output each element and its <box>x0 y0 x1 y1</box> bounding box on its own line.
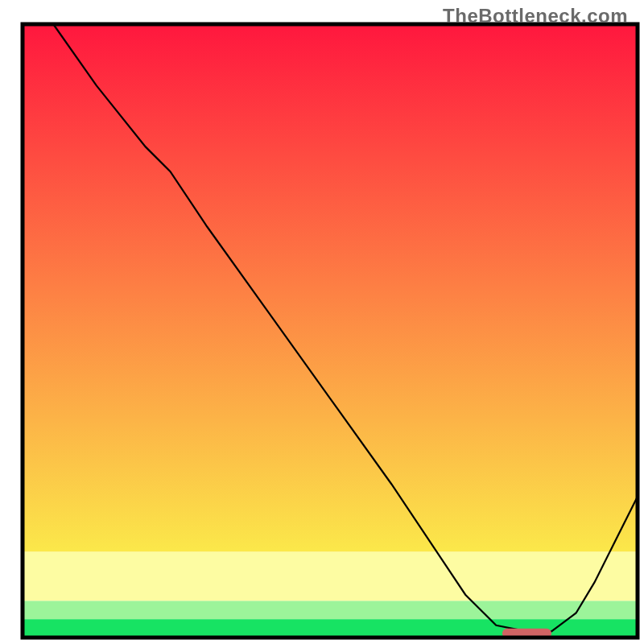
bg-band-gradient <box>23 24 638 551</box>
chart-svg <box>0 0 644 644</box>
bg-band-pale-yellow <box>23 551 638 601</box>
bottleneck-chart: { "watermark": "TheBottleneck.com", "cha… <box>0 0 644 644</box>
watermark-text: TheBottleneck.com <box>443 5 628 27</box>
plot-area <box>23 24 638 638</box>
bg-band-pale-green <box>23 601 638 619</box>
